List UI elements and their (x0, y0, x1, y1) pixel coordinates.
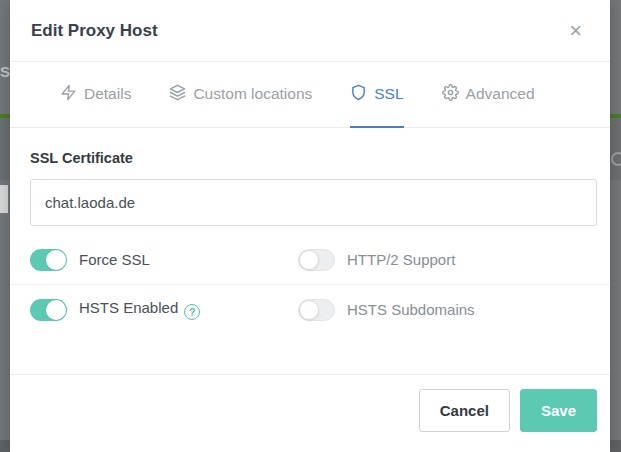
toggle-row: Force SSL HTTP/2 Support (30, 235, 597, 284)
http2-toggle[interactable] (298, 249, 335, 271)
tab-custom-locations[interactable]: Custom locations (169, 62, 312, 128)
background-row-band (610, 118, 621, 180)
tab-label: Custom locations (193, 85, 312, 103)
hsts-subdomains-label: HSTS Subdomains (347, 301, 475, 318)
force-ssl-label: Force SSL (79, 251, 150, 268)
http2-label: HTTP/2 Support (347, 251, 455, 268)
background-footer-band (610, 440, 621, 452)
modal-tab-bar: Details Custom locations SSL Advanced (10, 62, 610, 128)
tab-ssl[interactable]: SSL (350, 62, 403, 128)
hsts-enabled-field: HSTS Enabled? (30, 299, 298, 321)
cancel-button[interactable]: Cancel (419, 389, 510, 432)
modal-footer: Cancel Save (10, 374, 610, 452)
background-page-right-edge (610, 0, 621, 452)
hsts-subdomains-toggle[interactable] (298, 299, 335, 321)
modal-header: Edit Proxy Host × (10, 0, 610, 62)
http2-field: HTTP/2 Support (298, 249, 455, 271)
toggle-row: HSTS Enabled? HSTS Subdomains (30, 285, 597, 334)
edit-proxy-host-modal: Edit Proxy Host × Details Custom locatio… (10, 0, 610, 452)
ssl-certificate-input[interactable] (30, 179, 597, 226)
layers-icon (169, 84, 186, 105)
toggle-grid: Force SSL HTTP/2 Support HSTS Enabled? H… (30, 235, 597, 334)
tab-details[interactable]: Details (60, 62, 131, 128)
help-icon[interactable]: ? (184, 304, 200, 320)
toggle-knob (299, 250, 319, 270)
toggle-knob (46, 300, 66, 320)
tab-advanced[interactable]: Advanced (442, 62, 535, 128)
background-footer-band (0, 440, 10, 452)
close-icon[interactable]: × (565, 18, 586, 44)
background-search-icon-fragment (611, 152, 621, 166)
modal-title: Edit Proxy Host (31, 21, 565, 41)
hsts-enabled-label: HSTS Enabled? (79, 299, 200, 320)
shield-icon (350, 84, 367, 105)
ssl-panel: SSL Certificate Force SSL HTTP/2 Support… (10, 128, 610, 374)
save-button[interactable]: Save (520, 389, 597, 432)
background-text-fragment: SI (0, 63, 10, 80)
background-page-left-edge: SI (0, 0, 10, 452)
toggle-knob (46, 250, 66, 270)
toggle-knob (299, 300, 319, 320)
hsts-subdomains-field: HSTS Subdomains (298, 299, 475, 321)
force-ssl-field: Force SSL (30, 249, 298, 271)
background-row-band (0, 118, 10, 180)
tab-label: Advanced (466, 85, 535, 103)
background-light-box (0, 185, 8, 213)
gear-icon (442, 84, 459, 105)
tab-label: Details (84, 85, 131, 103)
hsts-enabled-toggle[interactable] (30, 299, 67, 321)
tab-label: SSL (374, 85, 403, 103)
force-ssl-toggle[interactable] (30, 249, 67, 271)
ssl-certificate-label: SSL Certificate (30, 150, 597, 166)
zap-icon (60, 84, 77, 105)
